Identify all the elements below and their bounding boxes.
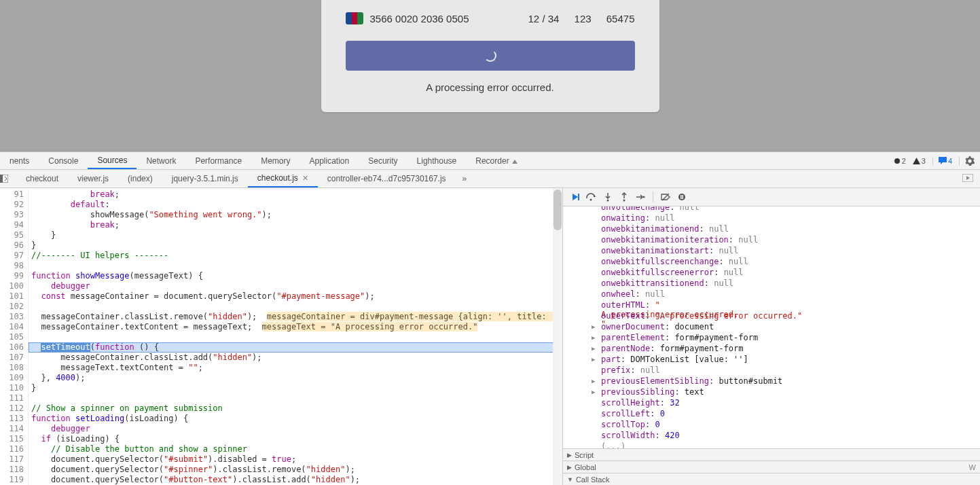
svg-point-7 xyxy=(623,200,625,202)
step-button[interactable] xyxy=(634,190,647,204)
tab-console[interactable]: Console xyxy=(39,152,88,169)
source-tab-checkoutjs[interactable]: checkout.js✕ xyxy=(248,170,318,187)
source-tab-jquery[interactable]: jquery-3.5.1.min.js xyxy=(162,170,248,187)
section-call-stack[interactable]: ▼Call Stack xyxy=(563,473,980,485)
editor-scrollbar[interactable] xyxy=(553,188,562,485)
svg-point-6 xyxy=(607,200,609,202)
settings-button[interactable] xyxy=(959,156,975,166)
show-navigator-button[interactable] xyxy=(0,175,16,183)
warning-count[interactable]: 3 xyxy=(913,157,926,165)
step-over-button[interactable] xyxy=(585,190,598,204)
card-details-row: 3566 0020 2036 0505 12 / 34 123 65475 xyxy=(346,12,635,24)
tab-performance[interactable]: Performance xyxy=(185,152,251,169)
card-number[interactable]: 3566 0020 2036 0505 xyxy=(370,13,469,24)
section-global[interactable]: ▶GlobalW xyxy=(563,461,980,473)
svg-point-5 xyxy=(590,199,592,201)
svg-rect-2 xyxy=(0,175,3,183)
svg-rect-11 xyxy=(680,195,682,199)
card-zip[interactable]: 65475 xyxy=(606,13,635,24)
toggle-screencast-button[interactable] xyxy=(962,174,975,183)
payment-card: 3566 0020 2036 0505 12 / 34 123 65475 A … xyxy=(321,0,659,112)
tab-memory[interactable]: Memory xyxy=(251,152,300,169)
source-tab-controller[interactable]: controller-eb74...d7c95730167.js xyxy=(318,170,456,187)
tab-elements[interactable]: nents xyxy=(0,152,39,169)
devtools-tab-bar: nents Console Sources Network Performanc… xyxy=(0,151,980,170)
payment-message: A processing error occurred. xyxy=(426,82,553,93)
page-viewport: 3566 0020 2036 0505 12 / 34 123 65475 A … xyxy=(0,0,980,151)
pause-on-exceptions-button[interactable] xyxy=(675,190,689,204)
close-icon[interactable]: ✕ xyxy=(302,174,308,183)
svg-rect-4 xyxy=(578,194,579,200)
line-gutter: 9192939495969798991001011021031041051061… xyxy=(0,188,29,485)
deactivate-breakpoints-button[interactable] xyxy=(659,190,672,204)
tab-lighthouse[interactable]: Lighthouse xyxy=(407,152,467,169)
message-count[interactable]: 4 xyxy=(932,157,952,165)
source-tab-viewer[interactable]: viewer.js xyxy=(68,170,118,187)
svg-point-0 xyxy=(894,158,900,164)
svg-point-8 xyxy=(643,196,645,198)
card-cvc[interactable]: 123 xyxy=(575,13,592,24)
step-into-button[interactable] xyxy=(601,190,615,204)
step-out-button[interactable] xyxy=(617,190,631,204)
svg-point-10 xyxy=(678,194,685,200)
source-tab-checkout[interactable]: checkout xyxy=(16,170,68,187)
resume-button[interactable] xyxy=(568,190,582,204)
more-tabs-button[interactable]: » xyxy=(456,174,474,183)
source-tab-bar: checkout viewer.js (index) jquery-3.5.1.… xyxy=(0,170,980,188)
submit-button[interactable] xyxy=(346,41,635,71)
tab-security[interactable]: Security xyxy=(359,152,407,169)
tab-network[interactable]: Network xyxy=(137,152,185,169)
section-script[interactable]: ▶Script xyxy=(563,448,980,461)
code-editor[interactable]: 9192939495969798991001011021031041051061… xyxy=(0,188,563,485)
source-tab-index[interactable]: (index) xyxy=(118,170,162,187)
svg-rect-12 xyxy=(683,195,684,199)
card-expiry[interactable]: 12 / 34 xyxy=(528,13,560,24)
debugger-toolbar xyxy=(563,188,980,206)
debugger-panel: onvolumechange: nullonwaiting: nullonweb… xyxy=(563,188,980,485)
code-content[interactable]: break; default: showMessage("Something w… xyxy=(29,188,562,485)
jcb-icon xyxy=(346,12,363,24)
breakpoint-count[interactable]: 2 xyxy=(894,157,906,165)
tab-recorder[interactable]: Recorder xyxy=(466,152,528,169)
tab-sources[interactable]: Sources xyxy=(88,152,137,169)
tab-application[interactable]: Application xyxy=(300,152,359,169)
scope-variables[interactable]: onvolumechange: nullonwaiting: nullonweb… xyxy=(563,206,980,448)
spinner-icon xyxy=(484,50,496,62)
